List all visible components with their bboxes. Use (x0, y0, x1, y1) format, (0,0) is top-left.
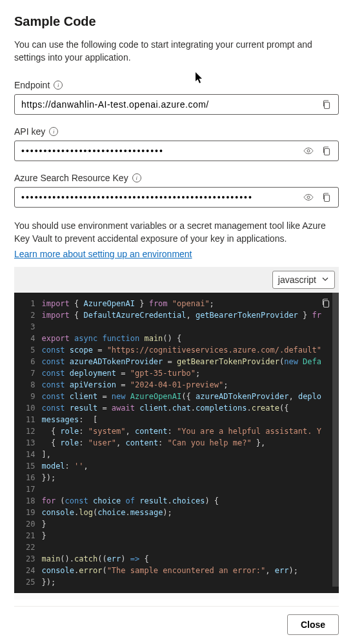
info-icon[interactable]: i (132, 173, 141, 182)
scrollbar-vertical[interactable] (332, 293, 339, 587)
copy-icon[interactable] (320, 98, 333, 111)
apikey-input[interactable] (20, 145, 297, 157)
searchkey-label-row: Azure Search Resource Key i (14, 173, 339, 183)
copy-icon[interactable] (320, 191, 333, 204)
svg-point-3 (307, 196, 310, 199)
language-bar: javascript (14, 267, 339, 293)
code-block[interactable]: 1234567891011121314151617181920212223242… (14, 293, 339, 600)
searchkey-input[interactable] (20, 191, 297, 203)
chevron-down-icon (321, 275, 329, 285)
close-button[interactable]: Close (287, 614, 339, 635)
info-icon[interactable]: i (54, 81, 63, 90)
info-icon[interactable]: i (49, 127, 58, 136)
endpoint-label-row: Endpoint i (14, 80, 339, 90)
language-selected: javascript (278, 275, 316, 285)
env-link[interactable]: Learn more about setting up an environme… (14, 249, 192, 259)
searchkey-input-row (14, 187, 339, 208)
show-hide-icon[interactable] (302, 191, 315, 204)
endpoint-input[interactable] (20, 99, 315, 110)
env-note: You should use environment variables or … (14, 219, 339, 246)
svg-rect-2 (325, 148, 330, 155)
svg-rect-4 (325, 195, 330, 201)
footer: Close (14, 606, 339, 635)
page-title: Sample Code (14, 14, 339, 29)
copy-icon[interactable] (320, 144, 333, 157)
code-lines: import { AzureOpenAI } from "openai";imp… (41, 298, 329, 588)
page-description: You can use the following code to start … (14, 38, 339, 64)
searchkey-label: Azure Search Resource Key (14, 173, 128, 183)
language-select[interactable]: javascript (272, 271, 335, 289)
svg-rect-5 (324, 301, 329, 307)
endpoint-input-row (14, 94, 339, 115)
line-gutter: 1234567891011121314151617181920212223242… (14, 298, 41, 588)
svg-rect-0 (325, 102, 330, 108)
apikey-input-row (14, 141, 339, 161)
apikey-label: API key (14, 126, 45, 137)
apikey-label-row: API key i (14, 126, 339, 137)
endpoint-label: Endpoint (14, 80, 50, 90)
copy-code-icon[interactable] (321, 298, 331, 310)
show-hide-icon[interactable] (302, 144, 315, 157)
svg-point-1 (307, 150, 310, 152)
